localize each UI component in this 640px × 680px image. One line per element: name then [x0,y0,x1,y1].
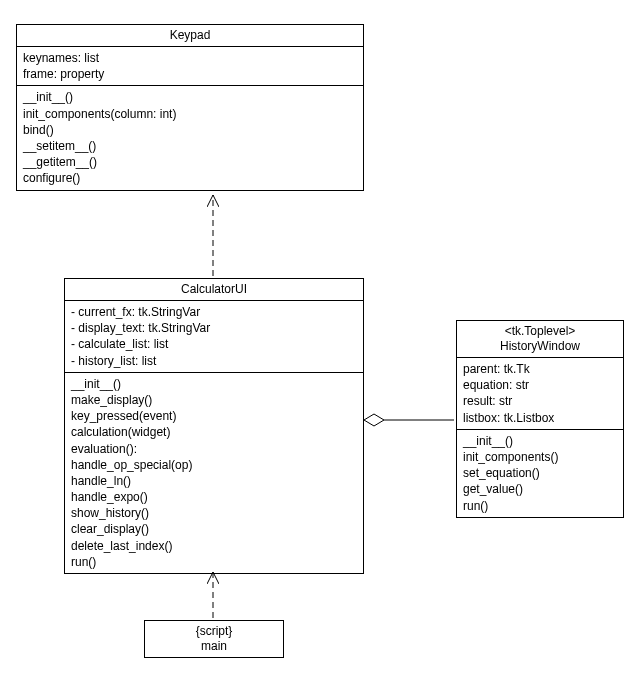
class-main: {script} main [144,620,284,658]
attr: - current_fx: tk.StringVar [71,304,357,320]
class-title-historywindow: <tk.Toplevel> HistoryWindow [457,321,623,358]
class-keypad: Keypad keynames: list frame: property __… [16,24,364,191]
op: run() [463,498,617,514]
op: configure() [23,170,357,186]
op: run() [71,554,357,570]
class-ops-calculatorui: __init__() make_display() key_pressed(ev… [65,373,363,573]
class-attrs-calculatorui: - current_fx: tk.StringVar - display_tex… [65,301,363,373]
op: get_value() [463,481,617,497]
attr: - history_list: list [71,353,357,369]
op: __getitem__() [23,154,357,170]
op: key_pressed(event) [71,408,357,424]
op: handle_ln() [71,473,357,489]
attr: keynames: list [23,50,357,66]
class-historywindow: <tk.Toplevel> HistoryWindow parent: tk.T… [456,320,624,518]
op: bind() [23,122,357,138]
op: clear_display() [71,521,357,537]
op: __init__() [23,89,357,105]
class-calculatorui: CalculatorUI - current_fx: tk.StringVar … [64,278,364,574]
op: set_equation() [463,465,617,481]
op: evaluation(): [71,441,357,457]
class-name: Keypad [170,28,211,42]
op: init_components(column: int) [23,106,357,122]
class-stereotype: <tk.Toplevel> [463,324,617,339]
attr: - display_text: tk.StringVar [71,320,357,336]
aggregation-diamond-icon [364,414,384,426]
class-title-main: {script} main [145,621,283,657]
attr: - calculate_list: list [71,336,357,352]
op: calculation(widget) [71,424,357,440]
class-ops-keypad: __init__() init_components(column: int) … [17,86,363,189]
op: __setitem__() [23,138,357,154]
attr: listbox: tk.Listbox [463,410,617,426]
op: __init__() [71,376,357,392]
op: show_history() [71,505,357,521]
class-stereotype: {script} [151,624,277,639]
attr: parent: tk.Tk [463,361,617,377]
class-ops-historywindow: __init__() init_components() set_equatio… [457,430,623,517]
attr: frame: property [23,66,357,82]
op: make_display() [71,392,357,408]
class-name: main [151,639,277,654]
op: __init__() [463,433,617,449]
op: delete_last_index() [71,538,357,554]
class-title-keypad: Keypad [17,25,363,47]
op: init_components() [463,449,617,465]
class-name: CalculatorUI [181,282,247,296]
class-name: HistoryWindow [463,339,617,354]
op: handle_expo() [71,489,357,505]
attr: equation: str [463,377,617,393]
class-attrs-historywindow: parent: tk.Tk equation: str result: str … [457,358,623,430]
class-title-calculatorui: CalculatorUI [65,279,363,301]
class-attrs-keypad: keynames: list frame: property [17,47,363,86]
attr: result: str [463,393,617,409]
op: handle_op_special(op) [71,457,357,473]
